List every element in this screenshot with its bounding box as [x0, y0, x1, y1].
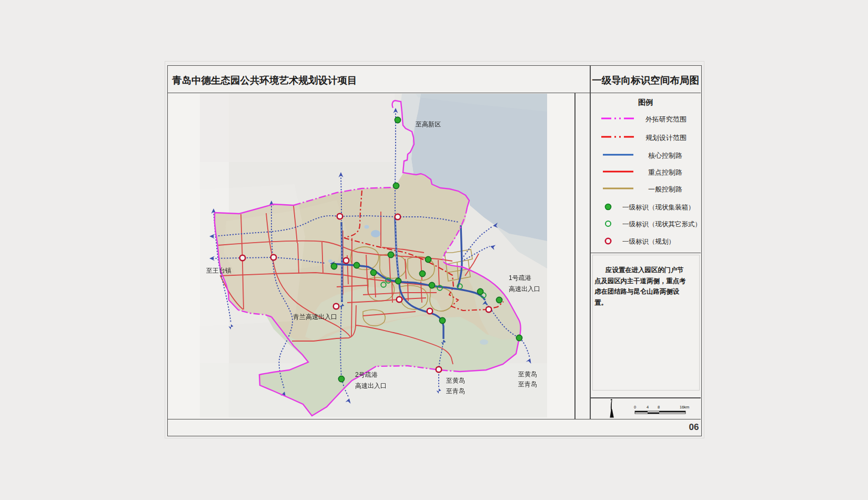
svg-text:至青岛: 至青岛: [446, 387, 465, 395]
svg-text:2号疏港: 2号疏港: [355, 371, 378, 378]
svg-text:16km: 16km: [680, 405, 689, 409]
svg-text:1号疏港: 1号疏港: [509, 274, 531, 282]
svg-text:至青岛: 至青岛: [518, 381, 537, 388]
svg-text:至王台镇: 至王台镇: [206, 267, 231, 274]
svg-text:至黄岛: 至黄岛: [518, 371, 537, 378]
svg-text:8: 8: [658, 405, 660, 409]
svg-text:高速出入口: 高速出入口: [509, 285, 540, 293]
svg-text:至黄岛: 至黄岛: [446, 377, 465, 384]
svg-text:青兰高速出入口: 青兰高速出入口: [293, 313, 337, 321]
svg-text:高速出入口: 高速出入口: [355, 382, 387, 389]
svg-text:4: 4: [647, 405, 649, 409]
svg-text:至高新区: 至高新区: [416, 121, 441, 128]
svg-text:0: 0: [634, 405, 636, 409]
